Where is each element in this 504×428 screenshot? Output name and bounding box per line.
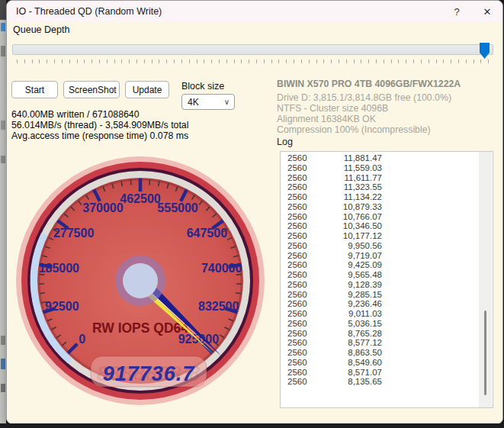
log-iops-value: 10,766.07 [315, 212, 382, 222]
log-queue-depth: 2560 [281, 280, 315, 290]
drive-filesystem: NTFS - Cluster size 4096B [277, 103, 461, 114]
log-row[interactable]: 25605,036.15 [281, 319, 479, 329]
log-row[interactable]: 25608,863.50 [281, 348, 479, 358]
log-queue-depth: 2560 [281, 260, 315, 270]
log-row[interactable]: 25609,565.48 [281, 270, 479, 280]
help-button[interactable]: ? [441, 1, 472, 22]
log-iops-value: 8,571.07 [315, 368, 382, 378]
log-row[interactable]: 25609,719.07 [281, 251, 479, 261]
log-iops-value: 11,323.55 [315, 182, 382, 192]
log-row[interactable]: 25608,571.07 [281, 368, 479, 378]
drive-compression: Compression 100% (Incompressible) [277, 124, 461, 135]
log-queue-depth: 2560 [281, 182, 315, 192]
scrollbar-thumb[interactable] [484, 311, 486, 395]
log-queue-depth: 2560 [281, 231, 315, 241]
queue-depth-slider-thumb[interactable] [480, 43, 490, 59]
screenshot-button[interactable]: ScreenShot [63, 81, 120, 98]
gauge-major-tick [229, 265, 242, 267]
log-row[interactable]: 25609,425.09 [281, 260, 479, 270]
background-fragment [0, 0, 6, 20]
log-queue-depth: 2560 [281, 221, 315, 231]
log-row[interactable]: 256010,879.33 [281, 202, 479, 212]
log-list[interactable]: 256011,881.47256011,559.03256011,611.772… [280, 151, 493, 408]
log-queue-depth: 2560 [281, 338, 315, 348]
log-queue-depth: 2560 [281, 377, 315, 387]
log-iops-value: 8,765.28 [315, 329, 382, 339]
log-iops-value: 9,011.03 [315, 309, 382, 319]
log-queue-depth: 2560 [281, 241, 315, 251]
gauge-title: RW IOPS QD64 [92, 320, 188, 336]
slider-ticks [17, 60, 490, 63]
log-row[interactable]: 256010,177.12 [281, 231, 479, 241]
stat-written: 640.00MB written / 671088640 [11, 109, 188, 120]
log-row[interactable]: 256010,346.50 [281, 221, 479, 231]
log-row[interactable]: 25608,135.65 [281, 377, 479, 387]
log-iops-value: 8,577.12 [315, 338, 382, 348]
background-window-edge [0, 0, 6, 428]
log-queue-depth: 2560 [281, 202, 315, 212]
log-queue-depth: 2560 [281, 270, 315, 280]
log-rows: 256011,881.47256011,559.03256011,611.772… [281, 153, 479, 387]
block-size-label: Block size [181, 81, 224, 92]
log-queue-depth: 2560 [281, 348, 315, 358]
log-queue-depth: 2560 [281, 163, 315, 173]
gauge-scale-label: 0 [79, 333, 85, 346]
queue-depth-slider-track[interactable] [12, 44, 493, 55]
log-label: Log [277, 137, 293, 147]
log-iops-value: 5,036.15 [315, 319, 382, 329]
log-row[interactable]: 25609,128.39 [281, 280, 479, 290]
log-row[interactable]: 25609,285.15 [281, 290, 479, 300]
gauge-minor-tick [130, 180, 131, 185]
log-row[interactable]: 256011,611.77 [281, 173, 479, 183]
background-fragment [1, 121, 5, 130]
drive-info: BIWIN X570 PRO 4TB 4096GB/FWX1222A Drive… [277, 79, 461, 135]
log-row[interactable]: 25608,549.60 [281, 358, 479, 368]
start-button[interactable]: Start [11, 81, 58, 98]
log-iops-value: 9,236.46 [315, 299, 382, 309]
gauge-scale-label: 370000 [82, 201, 123, 214]
screen: IO - Threaded QD (Random Write) ? ✕ Queu… [0, 0, 504, 428]
log-queue-depth: 2560 [281, 329, 315, 339]
log-iops-value: 11,134.22 [315, 192, 382, 202]
gauge-major-tick [40, 265, 53, 267]
log-row[interactable]: 25609,011.03 [281, 309, 479, 319]
log-queue-depth: 2560 [281, 173, 315, 183]
log-row[interactable]: 256011,881.47 [281, 153, 479, 163]
window-title: IO - Threaded QD (Random Write) [7, 6, 162, 17]
iops-gauge: 0925001850002775003700004625005550006475… [14, 155, 266, 407]
log-queue-depth: 2560 [281, 299, 315, 309]
log-queue-depth: 2560 [281, 368, 315, 378]
background-fragment [1, 384, 5, 392]
log-row[interactable]: 25609,950.56 [281, 241, 479, 251]
log-row[interactable]: 25608,765.28 [281, 329, 479, 339]
log-queue-depth: 2560 [281, 192, 315, 202]
log-row[interactable]: 256011,559.03 [281, 163, 479, 173]
log-iops-value: 9,128.39 [315, 280, 382, 290]
log-row[interactable]: 256010,766.07 [281, 212, 479, 222]
log-row[interactable]: 25608,577.12 [281, 338, 479, 348]
log-row[interactable]: 256011,134.22 [281, 192, 479, 202]
log-iops-value: 10,177.12 [315, 231, 382, 241]
block-size-select[interactable]: 4K ∨ [181, 94, 235, 110]
log-iops-value: 11,559.03 [315, 163, 382, 173]
background-fragment [1, 23, 5, 31]
log-row[interactable]: 256011,323.55 [281, 182, 479, 192]
gauge-scale-label: 555000 [157, 201, 197, 214]
drive-alignment: Alignment 16384KB OK [277, 114, 461, 124]
log-scrollbar[interactable] [479, 152, 492, 407]
background-fragment [1, 336, 5, 345]
client-area: Queue Depth Start ScreenShot Update Bloc… [7, 22, 502, 424]
log-iops-value: 8,135.65 [315, 377, 382, 387]
gauge-scale-label: 647500 [187, 227, 227, 240]
gauge-scale-label: 462500 [120, 192, 160, 205]
update-button[interactable]: Update [125, 81, 169, 98]
log-queue-depth: 2560 [281, 212, 315, 222]
log-queue-depth: 2560 [281, 153, 315, 163]
gauge-scale-label: 740000 [201, 262, 242, 275]
gauge-minor-tick [40, 293, 45, 294]
drive-model: BIWIN X570 PRO 4TB 4096GB/FWX1222A [277, 79, 461, 89]
log-iops-value: 11,611.77 [315, 173, 382, 183]
queue-depth-label: Queue Depth [13, 24, 69, 35]
log-row[interactable]: 25609,236.46 [281, 299, 479, 309]
close-button[interactable]: ✕ [472, 1, 502, 22]
